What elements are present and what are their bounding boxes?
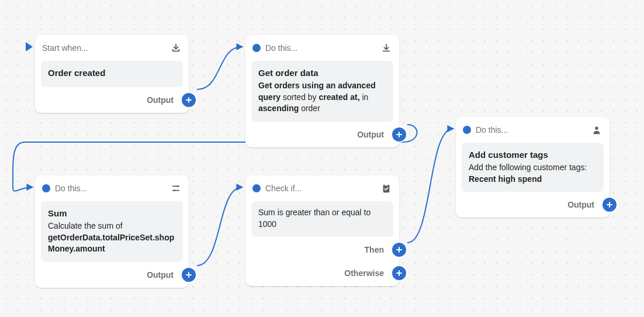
- status-dot-icon: [463, 126, 471, 134]
- workflow-canvas[interactable]: Start when... Order created Output Do th…: [0, 0, 644, 317]
- svg-point-1: [174, 189, 175, 191]
- node-body: Sum Calculate the sum of getOrderData.to…: [41, 201, 183, 262]
- node-sum[interactable]: Do this... Sum Calculate the sum of getO…: [35, 175, 189, 288]
- node-body-title: Order created: [48, 67, 176, 79]
- output-label: Otherwise: [344, 268, 393, 278]
- status-dot-icon: [42, 184, 50, 192]
- person-icon: [591, 124, 603, 136]
- status-dot-icon: [252, 44, 261, 52]
- import-icon: [170, 42, 182, 54]
- node-header-title: Do this...: [265, 43, 376, 53]
- add-output-button[interactable]: [392, 128, 406, 142]
- node-body-title: Add customer tags: [469, 149, 597, 161]
- node-header: Do this...: [41, 181, 183, 195]
- node-footer: Output: [41, 87, 183, 107]
- output-label: Then: [365, 245, 393, 254]
- add-otherwise-button[interactable]: [392, 266, 406, 280]
- node-body: Order created: [41, 61, 183, 87]
- node-footer: Then Otherwise: [251, 237, 393, 280]
- output-row: Output: [41, 93, 183, 107]
- output-label: Output: [567, 200, 604, 209]
- node-body-title: Sum: [48, 207, 176, 219]
- output-label: Output: [147, 95, 183, 105]
- node-header-title: Start when...: [42, 43, 165, 53]
- node-body-condition: Sum is greater than or equal to 1000: [258, 207, 386, 230]
- output-label: Output: [357, 130, 393, 139]
- output-row: Output: [251, 128, 393, 142]
- add-output-button[interactable]: [603, 198, 617, 212]
- svg-point-0: [176, 185, 178, 187]
- node-header: Check if...: [251, 181, 393, 195]
- node-header-title: Do this...: [55, 184, 165, 193]
- node-header: Do this...: [251, 41, 393, 55]
- node-body-desc: Add the following customer tags: Recent …: [469, 162, 597, 185]
- output-row-then: Then: [251, 243, 393, 257]
- node-get-order-data[interactable]: Do this... Get order data Get orders usi…: [245, 35, 399, 147]
- start-trigger-icon: [26, 42, 33, 51]
- add-then-button[interactable]: [392, 243, 406, 257]
- adjust-icon: [170, 182, 182, 194]
- node-header: Do this...: [462, 123, 604, 137]
- add-output-button[interactable]: [182, 93, 196, 107]
- output-label: Output: [147, 270, 183, 280]
- node-add-customer-tags[interactable]: Do this... Add customer tags Add the fol…: [456, 117, 610, 218]
- output-row: Output: [462, 198, 604, 212]
- svg-rect-2: [383, 185, 390, 193]
- node-header-title: Check if...: [265, 184, 376, 193]
- node-check[interactable]: Check if... Sum is greater than or equal…: [245, 175, 399, 286]
- node-body-desc: Calculate the sum of getOrderData.totalP…: [48, 220, 176, 255]
- status-dot-icon: [252, 184, 261, 192]
- svg-rect-3: [385, 184, 387, 186]
- svg-point-4: [595, 127, 598, 130]
- node-footer: Output: [251, 122, 393, 142]
- node-footer: Output: [41, 262, 183, 282]
- output-row-otherwise: Otherwise: [251, 266, 393, 280]
- node-body: Get order data Get orders using an advan…: [251, 61, 393, 122]
- node-footer: Output: [462, 192, 604, 212]
- node-body: Sum is greater than or equal to 1000: [251, 201, 393, 237]
- output-row: Output: [41, 268, 183, 282]
- download-icon: [380, 42, 392, 54]
- node-start[interactable]: Start when... Order created Output: [35, 35, 189, 113]
- add-output-button[interactable]: [182, 268, 196, 282]
- checklist-icon: [380, 182, 392, 194]
- node-header-title: Do this...: [476, 125, 586, 135]
- node-body: Add customer tags Add the following cust…: [462, 143, 604, 192]
- node-body-desc: Get orders using an advanced query sorte…: [258, 80, 386, 115]
- node-header: Start when...: [41, 41, 183, 55]
- node-body-title: Get order data: [258, 67, 386, 79]
